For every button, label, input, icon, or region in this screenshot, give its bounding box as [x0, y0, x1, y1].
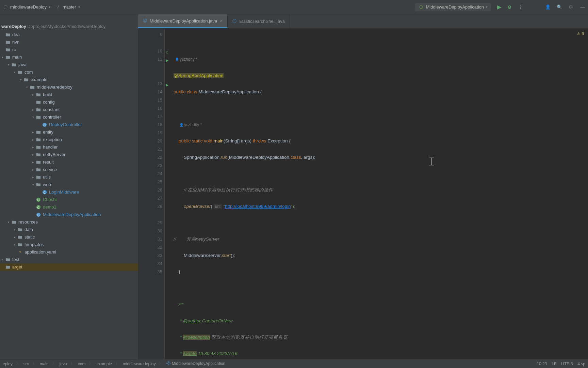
project-selector[interactable]: ▢ middlewareDeploy ▾: [3, 4, 50, 10]
chevron-down-icon: ▾: [486, 5, 488, 9]
inspection-badge[interactable]: ⚠ 6: [577, 31, 584, 36]
person-icon: 👤: [175, 58, 179, 61]
tree-item[interactable]: CCheshi: [0, 196, 138, 203]
tree-item[interactable]: ▾resources: [0, 218, 138, 226]
minimize-icon[interactable]: —: [580, 4, 585, 10]
svg-text:C: C: [44, 123, 46, 127]
editor-tabs: Ⓒ MiddlewareDeployApplication.java × Ⓔ E…: [138, 14, 588, 29]
chevron-down-icon: ▾: [49, 5, 50, 9]
svg-text:C: C: [37, 206, 39, 209]
svg-text:C: C: [37, 213, 39, 217]
text-cursor: [431, 158, 432, 165]
tab-file-1[interactable]: Ⓒ MiddlewareDeployApplication.java ×: [138, 14, 228, 28]
caret-position[interactable]: 10:23: [537, 362, 547, 366]
indent[interactable]: 4 sp: [577, 362, 585, 366]
run-button[interactable]: ▶: [497, 4, 501, 10]
class-icon: Ⓒ: [143, 18, 147, 24]
tree-item[interactable]: ▾web: [0, 181, 138, 188]
tree-item[interactable]: dea: [0, 31, 138, 39]
tree-item[interactable]: config: [0, 98, 138, 106]
tree-item[interactable]: ▸utils: [0, 173, 138, 181]
tree-item[interactable]: CDeployController: [0, 121, 138, 128]
more-button[interactable]: ⋮: [518, 4, 523, 10]
top-toolbar: ▢ middlewareDeploy ▾ ⑂ master ▾ ⬡ Middle…: [0, 0, 588, 14]
code-content[interactable]: 👤yszhdhy * @SpringBootApplication public…: [165, 29, 588, 359]
tree-item[interactable]: nvn: [0, 39, 138, 46]
run-config-selector[interactable]: ⬡ MiddlewareDeployApplication ▾: [415, 3, 491, 11]
tree-item[interactable]: ▾main: [0, 53, 138, 61]
tree-item[interactable]: CLoginMiddware: [0, 188, 138, 196]
search-icon[interactable]: 🔍: [557, 4, 562, 10]
tree-item[interactable]: ▸nettyServer: [0, 151, 138, 158]
breadcrumb[interactable]: eploy〉src〉main〉java〉com〉example〉middlewa…: [3, 361, 225, 367]
tree-item[interactable]: ▸service: [0, 166, 138, 173]
warning-icon: ⚠: [577, 31, 581, 36]
project-icon: ▢: [3, 4, 8, 10]
tree-item[interactable]: arget: [0, 263, 138, 271]
tree-item[interactable]: rc: [0, 46, 138, 53]
tree-item[interactable]: ▸entity: [0, 128, 138, 136]
tree-item[interactable]: ▾java: [0, 61, 138, 68]
svg-text:C: C: [37, 198, 39, 202]
tree-item[interactable]: ⚬application.yaml: [0, 248, 138, 256]
encoding[interactable]: UTF-8: [561, 362, 573, 366]
close-icon[interactable]: ×: [220, 18, 223, 24]
tree-item[interactable]: ▸result: [0, 158, 138, 166]
branch-selector[interactable]: ⑂ master ▾: [55, 4, 80, 10]
tree-item[interactable]: ▸data: [0, 226, 138, 233]
tree-item[interactable]: ▸exception: [0, 136, 138, 143]
gutter[interactable]: 910⊘11▶13▶141516171819202122232425262728…: [138, 29, 165, 359]
person-icon: 👤: [179, 123, 183, 127]
tree-item[interactable]: ▾controller: [0, 113, 138, 121]
tree-item[interactable]: CMiddlewareDeployApplication: [0, 211, 138, 218]
tree-item[interactable]: ▾example: [0, 76, 138, 83]
tree-item[interactable]: Cdemo1: [0, 203, 138, 211]
tree-item[interactable]: ▸test: [0, 256, 138, 263]
code-with-me-icon[interactable]: 👤: [545, 4, 551, 10]
project-path: D:\project\My\docker\middlewareDeploy: [28, 24, 106, 29]
tree-item[interactable]: ▸templates: [0, 241, 138, 248]
tree-item[interactable]: ▸static: [0, 233, 138, 241]
line-ending[interactable]: LF: [552, 362, 556, 366]
debug-button[interactable]: ⚙: [507, 4, 512, 10]
spring-icon: ⬡: [418, 4, 424, 10]
tab-file-2[interactable]: Ⓔ ElasticsearchShell.java: [228, 14, 290, 28]
tree-item[interactable]: ▾com: [0, 68, 138, 76]
tree-item[interactable]: ▸constant: [0, 106, 138, 113]
tree-item[interactable]: ▾middlewaredeploy: [0, 83, 138, 91]
tree-item[interactable]: ▸build: [0, 91, 138, 98]
tree-item[interactable]: ▸handler: [0, 143, 138, 151]
project-tree: wareDeploy D:\project\My\docker\middlewa…: [0, 14, 138, 359]
code-editor[interactable]: ⚠ 6 910⊘11▶13▶14151617181920212223242526…: [138, 29, 588, 359]
status-bar: eploy〉src〉main〉java〉com〉example〉middlewa…: [0, 359, 588, 368]
branch-icon: ⑂: [55, 4, 61, 10]
settings-icon[interactable]: ⚙: [568, 4, 574, 10]
chevron-down-icon: ▾: [78, 5, 80, 9]
project-root[interactable]: wareDeploy: [1, 24, 26, 29]
class-icon: Ⓔ: [232, 18, 236, 24]
svg-text:C: C: [44, 191, 46, 194]
